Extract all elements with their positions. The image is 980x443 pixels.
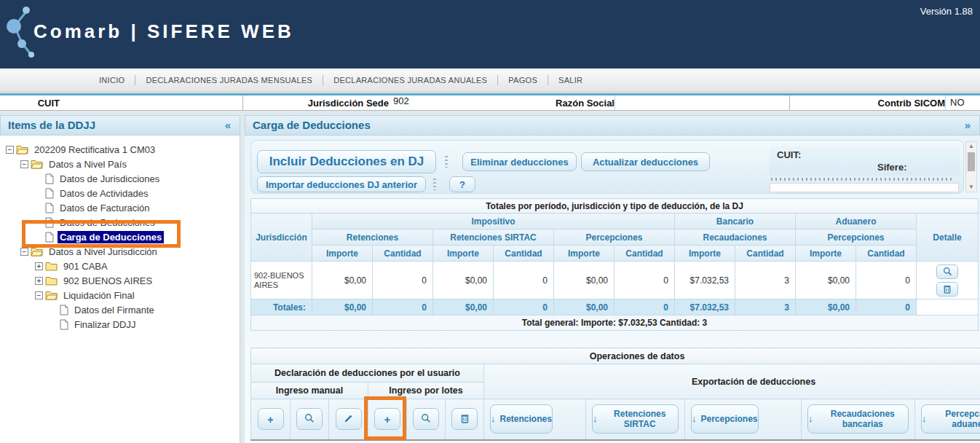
total-value: 3	[735, 299, 796, 315]
col-header-cantidad: Cantidad	[373, 246, 433, 262]
scroll-up-icon[interactable]: ▲	[966, 142, 976, 151]
total-value: $0,00	[796, 299, 856, 315]
export-retenciones-sirtac-button[interactable]: ↓Retenciones SIRTAC	[592, 404, 679, 434]
toolbar-separator	[445, 156, 448, 168]
jurisdiccion-sede-value: 902	[389, 95, 462, 110]
nav-item-ddjj-mensuales[interactable]: DECLARACIONES JURADAS MENSUALES	[135, 75, 323, 85]
cell-value: $0,00	[312, 262, 373, 299]
jurisdiccion-sede-label: Jurisdicción Sede	[243, 98, 389, 109]
col-header-cantidad: Cantidad	[494, 246, 554, 262]
scrollbar-thumb[interactable]	[968, 152, 975, 171]
row-delete-button[interactable]	[936, 282, 958, 297]
cuit-value	[60, 95, 243, 110]
cell-value: 0	[615, 262, 675, 299]
sidebar-header: Items de la DDJJ «	[0, 115, 240, 136]
tree-toggle-minus-icon[interactable]: −	[6, 146, 14, 154]
export-percepciones-aduaneras-button[interactable]: ↓Percepciones aduaneras	[921, 404, 980, 434]
importar-deducciones-button[interactable]: Importar deducciones DJ anterior	[257, 176, 426, 192]
nav-item-ddjj-anuales[interactable]: DECLARACIONES JURADAS ANUALES	[323, 75, 497, 85]
sidebar-collapse-icon[interactable]: «	[225, 116, 231, 135]
tree-toggle-minus-icon[interactable]: −	[35, 291, 43, 299]
edit-deduction-button[interactable]	[336, 408, 362, 430]
total-value: 0	[494, 299, 554, 315]
row-jurisdiccion: 902-BUENOS AIRES	[251, 262, 312, 299]
carga-deducciones-panel: Incluir Deducciones en DJ Eliminar deduc…	[245, 136, 980, 443]
app-brand-title: Comarb | SIFERE WEB	[33, 20, 294, 43]
toolbar-scrollbar[interactable]: ▲ ▼	[965, 141, 977, 192]
export-percepciones-button[interactable]: ↓Percepciones	[691, 404, 759, 434]
incluir-deducciones-button[interactable]: Incluir Deducciones en DJ	[257, 150, 436, 173]
col-header-jurisdiccion: Jurisdicción	[251, 213, 312, 262]
download-arrow-icon: ↓	[491, 414, 496, 424]
sidebar-title: Items de la DDJJ	[8, 119, 95, 131]
col-header-cantidad: Cantidad	[735, 246, 796, 262]
tree-item-periodo[interactable]: − 202209 Rectificativa 1 CM03	[0, 142, 240, 157]
col-header-cantidad: Cantidad	[856, 246, 917, 262]
annotation-highlight-add-batch-button	[364, 396, 406, 440]
contrib-sicom-label: Contrib SICOM	[790, 98, 945, 109]
export-recaudaciones-bancarias-button[interactable]: ↓Recaudaciones bancarias	[807, 404, 909, 434]
tree-toggle-minus-icon[interactable]: −	[20, 160, 28, 168]
cell-value: $0,00	[796, 262, 856, 299]
col-header-importe: Importe	[433, 246, 494, 262]
total-value: $0,00	[433, 299, 494, 315]
exportacion-header: Exportación de deducciones	[484, 364, 980, 399]
sub-header-percepciones: Percepciones	[554, 230, 675, 246]
add-deduction-button[interactable]: +	[258, 408, 284, 430]
download-arrow-icon: ↓	[808, 414, 813, 424]
app-header: Comarb | SIFERE WEB Versión 1.88	[0, 0, 980, 68]
toolbar-separator	[433, 179, 436, 190]
tree-item-902-buenos-aires[interactable]: + 902 BUENOS AIRES	[0, 273, 240, 288]
totales-deduccion-table: Totales por período, jurisdicción y tipo…	[250, 198, 979, 331]
sub-header-recaudaciones: Recaudaciones	[675, 230, 796, 246]
nav-item-salir[interactable]: SALIR	[548, 75, 593, 85]
eliminar-deducciones-button[interactable]: Eliminar deducciones	[462, 152, 577, 171]
total-value: 0	[373, 299, 433, 315]
folder-open-icon	[31, 247, 43, 256]
group-header-bancario: Bancario	[675, 213, 796, 230]
search-batch-button[interactable]	[413, 408, 439, 430]
help-button[interactable]: ?	[449, 176, 475, 192]
tree-item-datos-firmante[interactable]: Datos del Firmante	[0, 302, 240, 317]
sub-header-retenciones-sirtac: Retenciones SIRTAC	[433, 230, 554, 246]
col-header-importe: Importe	[796, 246, 856, 262]
download-arrow-icon: ↓	[922, 414, 927, 424]
tree-toggle-minus-icon[interactable]: −	[20, 248, 28, 256]
total-value: $0,00	[554, 299, 615, 315]
export-retenciones-button[interactable]: ↓Retenciones	[490, 404, 553, 434]
table-row: 902-BUENOS AIRES $0,00 0 $0,00 0 $0,00 0…	[251, 262, 979, 299]
tree-item-datos-actividades[interactable]: Datos de Actividades	[0, 186, 240, 200]
row-detail-button[interactable]	[936, 264, 958, 279]
nav-item-inicio[interactable]: INICIO	[89, 75, 135, 85]
pencil-icon	[344, 413, 353, 426]
tree-item-finalizar-ddjj[interactable]: Finalizar DDJJ	[0, 317, 240, 332]
nav-item-pagos[interactable]: PAGOS	[497, 75, 548, 85]
tree-item-liquidacion-final[interactable]: − Liquidación Final	[0, 288, 240, 302]
plus-icon: +	[267, 413, 274, 426]
tree-item-datos-nivel-pais[interactable]: − Datos a Nivel País	[0, 157, 240, 171]
cell-value: 0	[494, 262, 554, 299]
deducciones-toolbar: Incluir Deducciones en DJ Eliminar deduc…	[250, 140, 964, 194]
search-deduction-button[interactable]	[296, 408, 323, 430]
panel-expand-icon[interactable]: »	[965, 116, 971, 135]
cell-value: $7.032,53	[675, 262, 735, 299]
folder-open-icon	[31, 160, 43, 169]
trash-icon	[460, 413, 470, 426]
cuit-box-label: CUIT:	[777, 149, 801, 160]
tree-item-datos-facturacion[interactable]: Datos de Facturación	[0, 200, 240, 215]
tree-item-datos-jurisdicciones[interactable]: Datos de Jurisdicciones	[0, 171, 240, 186]
document-icon	[45, 173, 54, 184]
actualizar-deducciones-button[interactable]: Actualizar deducciones	[581, 152, 710, 171]
tree-toggle-plus-icon[interactable]: +	[35, 277, 43, 285]
col-header-importe: Importe	[675, 246, 735, 262]
toolbar-input-strip	[770, 183, 959, 192]
delete-deductions-button[interactable]	[451, 408, 478, 430]
cuit-sifere-box: CUIT: Sifere:	[770, 146, 960, 176]
magnifier-icon	[421, 413, 431, 426]
group-header-impositivo: Impositivo	[312, 213, 675, 230]
tree-toggle-plus-icon[interactable]: +	[35, 262, 43, 270]
total-value: $7.032,53	[675, 299, 735, 315]
tree-item-901-caba[interactable]: + 901 CABA	[0, 259, 240, 273]
scroll-down-icon[interactable]: ▼	[966, 183, 976, 192]
annotation-highlight-tree-item	[22, 220, 181, 248]
